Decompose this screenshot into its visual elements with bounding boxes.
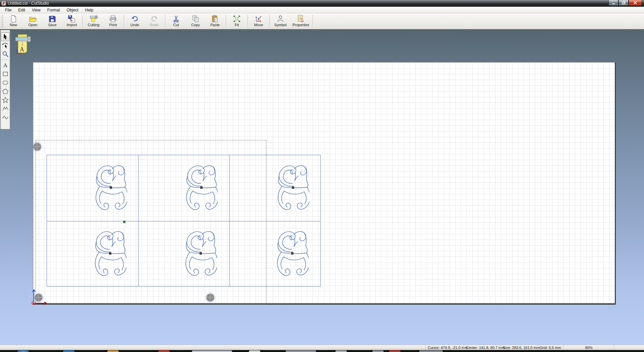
object-center-mark	[200, 186, 203, 189]
tool-polygon[interactable]	[1, 87, 9, 96]
cutting-button[interactable]: Cutting	[84, 14, 103, 28]
selection-handle-top-left[interactable]	[32, 142, 42, 152]
status-bar: Cursor: 474.9, -21.0 mm Center: 141.8, 8…	[0, 345, 644, 350]
toolbar-grip[interactable]	[1, 14, 4, 28]
status-grid: Grid: 5,5 mm	[537, 345, 564, 350]
tool-zoom[interactable]	[1, 50, 9, 58]
taskbar-app-icon[interactable]	[286, 350, 316, 352]
windows-taskbar[interactable]	[0, 350, 644, 352]
import-button[interactable]: Import	[62, 14, 82, 28]
taskbar-active-app[interactable]	[192, 350, 232, 352]
taskbar-app-icon[interactable]	[63, 350, 74, 352]
menu-help[interactable]: Help	[82, 7, 97, 13]
window-controls	[608, 0, 642, 6]
taskbar-app-icon[interactable]	[335, 350, 347, 352]
taskbar-app-icon[interactable]	[372, 350, 384, 352]
tool-rectangle[interactable]	[1, 70, 9, 78]
redo-button: Redo	[145, 14, 164, 28]
magnifier-icon	[2, 51, 9, 57]
close-button[interactable]	[629, 0, 642, 6]
curve-tool-icon	[2, 114, 9, 121]
app-icon	[1, 1, 6, 6]
tool-text[interactable]: A	[1, 61, 9, 70]
open-folder-icon	[29, 15, 37, 23]
status-zoom: 80%	[564, 345, 614, 350]
tool-star[interactable]	[1, 96, 9, 104]
open-button[interactable]: Open	[23, 14, 43, 28]
minimize-button[interactable]	[608, 0, 619, 6]
fit-button[interactable]: Fit	[227, 14, 247, 28]
menu-edit[interactable]: Edit	[15, 7, 29, 13]
palette-separator	[2, 59, 9, 60]
tool-node-edit[interactable]	[1, 41, 9, 50]
taskbar-app-icon[interactable]	[158, 350, 170, 352]
object-center-mark	[292, 186, 294, 189]
workspace: A	[0, 29, 644, 345]
menu-object[interactable]: Object	[63, 7, 82, 13]
star-tool-icon	[2, 97, 9, 103]
handle-ball	[206, 294, 214, 302]
symbol-button[interactable]: Symbol	[271, 14, 290, 28]
text-tool-icon: A	[2, 62, 9, 69]
print-button[interactable]: Print	[103, 14, 123, 28]
move-button[interactable]: Move	[249, 14, 268, 28]
cutter-media-icon[interactable]: A	[15, 34, 31, 55]
toolbar-separator	[313, 15, 313, 28]
cutting-plotter-icon	[90, 15, 98, 23]
handle-ball	[33, 143, 41, 151]
taskbar-app-icon[interactable]	[389, 350, 400, 352]
tool-polyline[interactable]	[1, 104, 9, 113]
new-button[interactable]: New	[4, 14, 23, 28]
svg-text:A: A	[20, 46, 24, 53]
selection-handle-bottom-center[interactable]	[205, 293, 215, 303]
toolbar-separator	[165, 15, 165, 28]
object-center-mark	[291, 252, 293, 255]
svg-text:A: A	[3, 62, 7, 69]
toolbar-separator	[269, 15, 270, 28]
title-bar: Untitled.cst - CutStudio	[0, 0, 644, 7]
restore-button[interactable]	[619, 0, 629, 6]
menu-view[interactable]: View	[29, 7, 44, 13]
ellipse-tool-icon	[2, 79, 9, 86]
status-center: Center: 141.8, 80.7 mm	[464, 345, 500, 350]
menu-format[interactable]: Format	[44, 7, 63, 13]
selection-center-mark[interactable]	[123, 221, 125, 223]
select-arrow-icon	[2, 34, 8, 40]
copy-button[interactable]: Copy	[186, 14, 205, 28]
origin-axes-marker	[30, 285, 50, 306]
properties-button[interactable]: Properties	[290, 14, 312, 28]
person-symbol-icon	[276, 15, 284, 23]
new-document-icon	[9, 15, 17, 23]
taskbar-app-icon[interactable]	[419, 350, 443, 352]
menu-bar: File Edit View Format Object Help	[0, 7, 644, 13]
design-canvas[interactable]	[33, 62, 616, 305]
tool-curve[interactable]	[1, 113, 9, 122]
object-center-mark	[110, 186, 112, 189]
paste-button[interactable]: Paste	[205, 14, 225, 28]
printer-icon	[109, 15, 117, 23]
polygon-tool-icon	[2, 88, 9, 95]
design-frame-divider	[138, 155, 139, 286]
taskbar-app-icon[interactable]	[107, 350, 119, 352]
save-floppy-icon	[48, 15, 56, 23]
move-axes-icon	[255, 15, 263, 23]
tool-palette: A	[0, 30, 10, 129]
cut-button[interactable]: Cut	[166, 14, 186, 28]
design-frame-divider	[229, 155, 230, 286]
redo-icon	[150, 15, 158, 23]
tool-select[interactable]	[1, 32, 9, 41]
scissors-icon	[172, 15, 180, 23]
node-edit-icon	[2, 42, 9, 49]
undo-icon	[131, 15, 139, 23]
tool-ellipse[interactable]	[1, 78, 9, 87]
status-cursor: Cursor: 474.9, -21.0 mm	[425, 345, 464, 350]
taskbar-app-icon[interactable]	[249, 350, 260, 352]
clipboard-paste-icon	[211, 15, 219, 23]
start-orb-icon[interactable]	[17, 350, 29, 352]
menu-file[interactable]: File	[2, 7, 15, 13]
undo-button[interactable]: Undo	[125, 14, 145, 28]
toolbar-separator	[83, 15, 83, 28]
status-size: Size: 283.6, 161.0 mm	[500, 345, 537, 350]
save-button[interactable]: Save	[43, 14, 62, 28]
object-center-mark	[200, 252, 202, 255]
